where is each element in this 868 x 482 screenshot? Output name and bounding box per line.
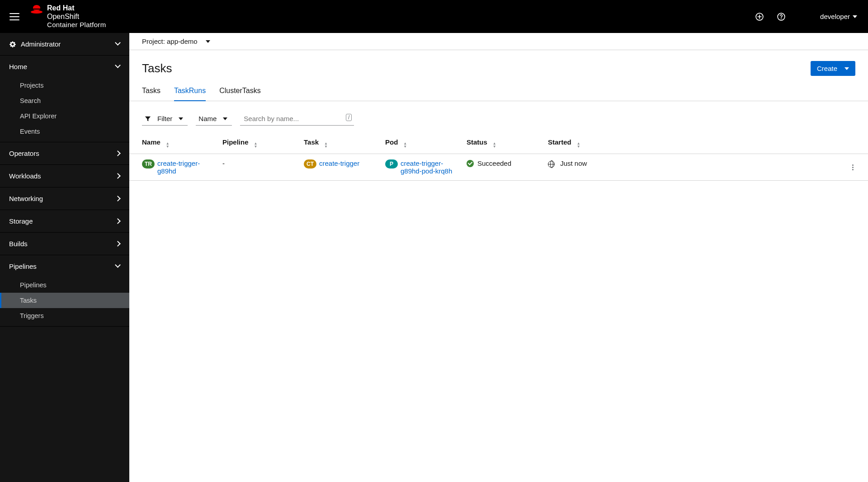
logo-line1: Red Hat: [47, 4, 106, 12]
hamburger-button[interactable]: [0, 0, 29, 33]
add-icon[interactable]: [755, 12, 764, 21]
help-icon[interactable]: [777, 12, 786, 21]
hamburger-icon: [9, 13, 19, 20]
top-header: Red Hat OpenShift Container Platform dev…: [0, 0, 868, 33]
user-name: developer: [820, 13, 850, 20]
svg-point-2: [781, 18, 782, 19]
product-logo[interactable]: Red Hat OpenShift Container Platform: [31, 4, 106, 28]
logo-text: Red Hat OpenShift Container Platform: [47, 4, 106, 28]
chevron-down-icon: [853, 15, 857, 18]
logo-line3: Container Platform: [47, 21, 106, 28]
user-menu[interactable]: developer: [820, 13, 857, 20]
header-actions: developer: [755, 12, 857, 21]
logo-line2: OpenShift: [47, 13, 106, 21]
redhat-fedora-icon: [31, 5, 42, 14]
